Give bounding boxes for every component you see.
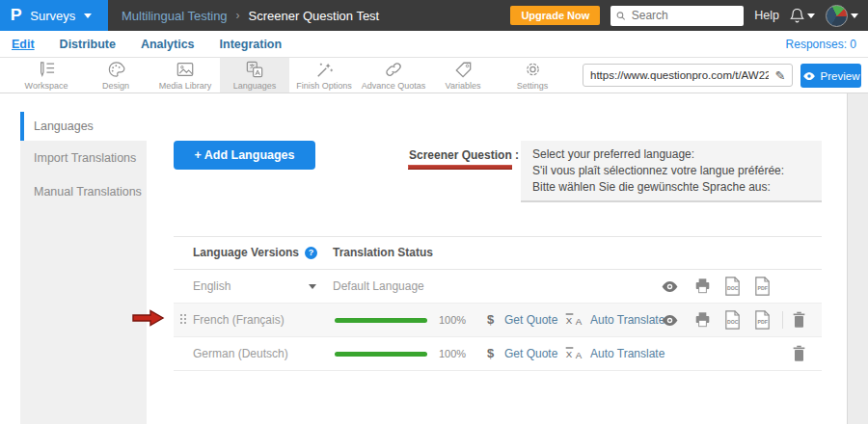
language-name: English (193, 279, 231, 293)
top-bar: P Surveys Multilingual Testing › Screene… (0, 0, 868, 31)
translation-progress-value: 100% (439, 314, 466, 326)
red-underline-annotation (408, 165, 512, 170)
header-translation-status: Translation Status (333, 246, 433, 259)
screener-question-label: Screener Question : (409, 148, 519, 162)
export-pdf-icon[interactable]: PDF (754, 277, 771, 300)
svg-text:DOC: DOC (727, 285, 739, 291)
preview-eye-icon (802, 71, 816, 81)
table-row-english: English Default Language DOC PDF (174, 270, 822, 304)
screener-line-en: Select your preferred language: (532, 147, 810, 161)
surveys-menu[interactable]: P Surveys (0, 0, 108, 31)
get-quote-link[interactable]: Get Quote (504, 313, 557, 327)
chevron-down-icon (84, 13, 92, 18)
survey-url-box: ✎ (583, 64, 793, 87)
screener-question-box: Select your preferred language: S'il vou… (521, 141, 822, 202)
svg-text:X: X (566, 349, 573, 359)
translation-progress-value: 100% (439, 348, 466, 359)
toolbar-item-media-library[interactable]: Media Library (150, 58, 220, 93)
svg-text:A: A (576, 350, 583, 360)
chevron-down-icon (851, 13, 858, 18)
table-header: Language Versions ? Translation Status (174, 236, 822, 270)
notifications-menu[interactable] (790, 8, 815, 23)
drag-handle-icon[interactable] (180, 314, 182, 316)
view-icon[interactable] (661, 313, 679, 331)
design-icon (107, 61, 125, 78)
topbar-actions: Upgrade Now Help (510, 5, 868, 27)
search-box (610, 6, 744, 26)
view-icon[interactable] (661, 279, 679, 297)
languages-icon (245, 61, 264, 78)
sidebar-item-import-translations[interactable]: Import Translations (20, 141, 147, 174)
translation-progress-bar (335, 318, 427, 323)
edit-toolbar: Workspace Design Media Library (0, 58, 868, 93)
product-label: Surveys (30, 9, 75, 23)
bell-icon (790, 8, 804, 23)
red-arrow-annotation (132, 309, 165, 327)
print-icon[interactable] (694, 311, 711, 331)
sidebar-item-languages[interactable]: Languages (20, 112, 147, 141)
default-language-dropdown-icon[interactable] (309, 284, 316, 289)
tab-integration[interactable]: Integration (220, 38, 283, 51)
breadcrumb-folder[interactable]: Multilingual Testing (122, 9, 228, 23)
toolbar-item-workspace[interactable]: Workspace (12, 58, 81, 93)
table-row-french: French (Français) 100% $ Get Quote XA Au… (174, 304, 822, 337)
chevron-down-icon (807, 13, 815, 18)
translate-icon: XA (564, 312, 585, 331)
breadcrumb: Multilingual Testing › Screener Question… (122, 9, 379, 23)
preview-button[interactable]: Preview (800, 64, 861, 88)
export-doc-icon[interactable]: DOC (724, 277, 741, 300)
export-doc-icon[interactable]: DOC (724, 310, 741, 333)
finish-options-icon (315, 61, 334, 78)
svg-text:DOC: DOC (727, 319, 739, 325)
settings-icon (524, 61, 542, 78)
page-gutter (847, 93, 868, 424)
translation-progress-bar (335, 352, 427, 357)
get-quote-link[interactable]: Get Quote (504, 347, 557, 360)
search-icon (616, 11, 625, 21)
language-versions-table: Language Versions ? Translation Status E… (174, 236, 822, 371)
svg-text:X: X (566, 315, 573, 326)
tab-analytics[interactable]: Analytics (141, 38, 195, 51)
questionpro-logo: P (11, 6, 22, 25)
tab-distribute[interactable]: Distribute (60, 38, 116, 51)
toolbar-item-settings[interactable]: Settings (498, 58, 567, 93)
default-language-label: Default Language (333, 279, 424, 293)
delete-icon[interactable] (792, 345, 806, 366)
edit-url-pencil-icon[interactable]: ✎ (769, 68, 792, 83)
translate-icon: XA (564, 346, 585, 364)
breadcrumb-separator-icon: › (236, 9, 240, 22)
screener-line-fr: S'il vous plaît sélectionnez votre langu… (532, 164, 810, 177)
toolbar-item-languages[interactable]: Languages (220, 58, 289, 93)
table-row-german: German (Deutsch) 100% $ Get Quote XA Aut… (174, 337, 822, 371)
export-pdf-icon[interactable]: PDF (754, 310, 771, 333)
svg-text:PDF: PDF (758, 285, 768, 291)
toolbar-item-design[interactable]: Design (81, 58, 150, 93)
add-languages-button[interactable]: + Add Languages (174, 141, 315, 170)
auto-translate-link[interactable]: Auto Translate (590, 313, 665, 327)
upgrade-now-button[interactable]: Upgrade Now (510, 6, 600, 25)
workspace-icon (37, 61, 56, 78)
survey-url-input[interactable] (583, 69, 769, 81)
responses-count[interactable]: Responses: 0 (786, 38, 856, 51)
sidebar-item-manual-translations[interactable]: Manual Translations (20, 174, 147, 208)
help-link[interactable]: Help (754, 9, 779, 22)
dollar-icon: $ (487, 312, 494, 327)
account-menu[interactable] (826, 5, 858, 27)
language-name: German (Deutsch) (193, 347, 288, 360)
tab-edit[interactable]: Edit (12, 38, 35, 51)
auto-translate-link[interactable]: Auto Translate (590, 347, 665, 360)
toolbar-item-finish-options[interactable]: Finish Options (289, 58, 359, 93)
print-icon[interactable] (694, 278, 711, 298)
language-name: French (Français) (193, 313, 285, 327)
screener-line-de: Bitte wählen Sie die gewünschte Sprache … (532, 180, 810, 194)
search-input[interactable] (630, 8, 739, 23)
languages-page: Languages Import Translations Manual Tra… (0, 93, 847, 424)
help-question-icon[interactable]: ? (305, 247, 317, 259)
toolbar-item-advance-quotas[interactable]: Advance Quotas (359, 58, 428, 93)
header-language-versions: Language Versions ? (193, 246, 317, 259)
avatar (826, 5, 848, 27)
media-library-icon (176, 61, 195, 78)
delete-icon[interactable] (792, 311, 806, 332)
toolbar-item-variables[interactable]: Variables (428, 58, 498, 93)
divider (782, 311, 783, 329)
